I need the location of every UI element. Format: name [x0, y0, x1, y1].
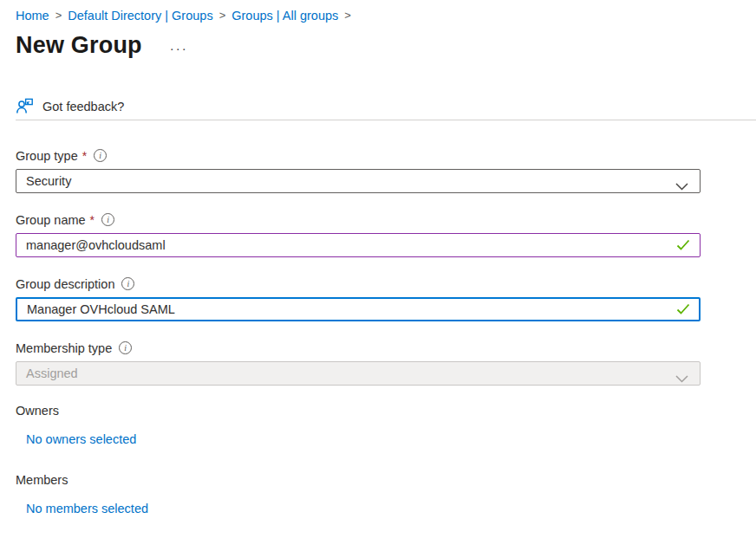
group-name-label-row: Group name * i [16, 212, 756, 227]
group-type-selected-value: Security [16, 174, 71, 188]
group-description-label-row: Group description i [16, 276, 756, 291]
membership-type-label-row: Membership type i [16, 340, 756, 355]
title-row: New Group ··· [16, 32, 756, 59]
new-group-page: Home > Default Directory | Groups > Grou… [0, 0, 756, 516]
group-description-info-icon[interactable]: i [121, 277, 134, 290]
membership-type-selected-value: Assigned [16, 366, 78, 380]
toolbar-divider [16, 120, 756, 120]
valid-check-icon [676, 239, 690, 255]
command-bar: Got feedback? [16, 97, 756, 115]
chevron-down-icon [675, 178, 688, 194]
group-name-info-icon[interactable]: i [101, 213, 114, 226]
group-type-label-row: Group type * i [16, 148, 756, 163]
group-name-input[interactable] [16, 233, 701, 257]
no-members-selected-link[interactable]: No members selected [26, 502, 148, 515]
group-description-input[interactable] [16, 297, 701, 321]
breadcrumb-default-directory-groups[interactable]: Default Directory | Groups [68, 8, 212, 23]
breadcrumb-separator: > [55, 8, 62, 23]
group-description-label: Group description [16, 277, 114, 291]
required-asterisk: * [90, 213, 94, 227]
breadcrumb-home[interactable]: Home [16, 8, 49, 23]
group-name-label: Group name [16, 213, 86, 227]
breadcrumb-separator: > [344, 8, 351, 23]
group-description-input-wrap [16, 297, 701, 321]
got-feedback-button[interactable]: Got feedback? [16, 97, 124, 115]
membership-type-info-icon[interactable]: i [119, 341, 132, 354]
group-type-info-icon[interactable]: i [94, 149, 107, 162]
group-type-label: Group type [16, 149, 78, 163]
breadcrumb: Home > Default Directory | Groups > Grou… [16, 8, 756, 23]
page-title: New Group [16, 32, 142, 59]
valid-check-icon [676, 303, 690, 319]
feedback-icon [16, 97, 34, 115]
no-owners-selected-link[interactable]: No owners selected [26, 432, 136, 446]
members-label: Members [16, 473, 756, 487]
members-section: Members No members selected [16, 473, 756, 516]
more-actions-button[interactable]: ··· [170, 41, 188, 55]
group-name-input-wrap [16, 233, 701, 257]
required-asterisk: * [82, 149, 87, 163]
breadcrumb-groups-all-groups[interactable]: Groups | All groups [231, 8, 338, 23]
membership-type-label: Membership type [16, 341, 112, 355]
breadcrumb-separator: > [219, 8, 226, 23]
new-group-form: Group type * i Security Group name * i [16, 148, 756, 516]
got-feedback-label: Got feedback? [42, 100, 124, 113]
chevron-down-icon [675, 371, 688, 386]
owners-section: Owners No owners selected [16, 404, 756, 447]
group-type-dropdown[interactable]: Security [16, 169, 701, 193]
owners-label: Owners [16, 404, 756, 418]
membership-type-dropdown: Assigned [16, 361, 701, 386]
